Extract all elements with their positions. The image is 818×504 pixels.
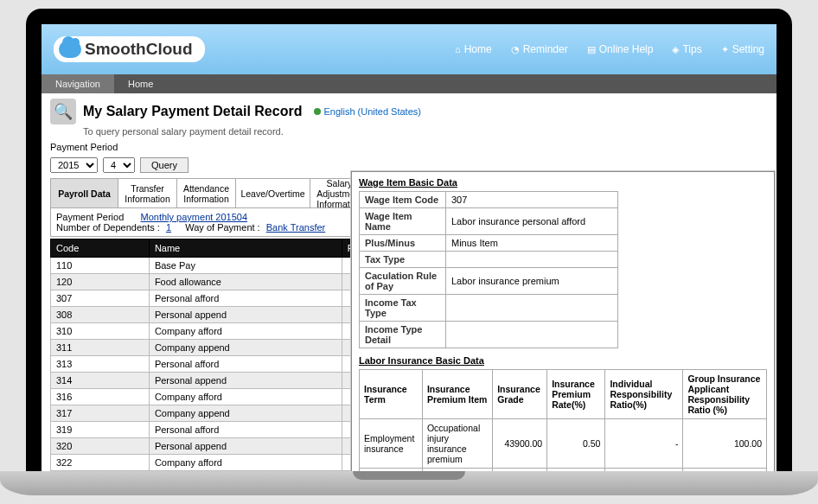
home-icon: ⌂ — [455, 44, 461, 54]
laptop-base — [0, 471, 818, 495]
kv-val: Minus Item — [446, 235, 618, 252]
kv-val: Labor insurance premium — [446, 268, 618, 295]
kv-key: Caculation Rule of Pay — [360, 268, 446, 295]
kv-val: Labor insurance personal afford — [446, 208, 618, 235]
kv-key: Income Type Detail — [360, 322, 446, 348]
col-code: Code — [51, 239, 150, 258]
cloud-icon — [59, 41, 81, 58]
wage-item-dialog: Wage Item Basic Data Wage Item Code307Wa… — [351, 171, 775, 475]
kv-val — [446, 295, 618, 322]
logo[interactable]: SmoothCloud — [54, 36, 205, 62]
kv-val — [446, 322, 618, 348]
nav-help[interactable]: ▤Online Help — [587, 43, 654, 55]
nav-reminder[interactable]: ◔Reminder — [511, 43, 568, 55]
wage-item-fields: Wage Item Code307Wage Item NameLabor ins… — [359, 191, 618, 348]
ins-col: Individual Responsibility Ratio(%) — [605, 370, 683, 419]
query-button[interactable]: Query — [140, 157, 189, 173]
dialog-header-2: Labor Insurance Basic Data — [359, 355, 767, 366]
dependents-key: Number of Dependents : — [56, 222, 160, 233]
period-link[interactable]: Monthly payment 201504 — [141, 212, 248, 222]
tab-leave[interactable]: Leave/Overtime — [236, 179, 310, 207]
period-label: Payment Period — [50, 142, 118, 152]
search-icon: 🔍 — [50, 99, 76, 124]
tab-transfer[interactable]: Transfer Information — [118, 179, 177, 207]
language-selector[interactable]: English (United States) — [314, 106, 421, 117]
dependents-link[interactable]: 1 — [166, 222, 171, 233]
month-select[interactable]: 4 — [103, 157, 135, 173]
kv-key: Income Tax Type — [360, 295, 446, 322]
kv-key: Tax Type — [360, 252, 446, 268]
window-tabs: Navigation Home — [42, 74, 776, 93]
ins-col: Insurance Premium Rate(%) — [547, 370, 605, 419]
year-select[interactable]: 2015 — [50, 157, 98, 173]
ins-col: Insurance Grade — [493, 370, 547, 419]
tab-attendance[interactable]: Attendance Information — [177, 179, 236, 207]
kv-val — [446, 252, 618, 268]
ins-col: Insurance Premium Item — [422, 370, 492, 419]
nav-setting[interactable]: ✦Setting — [721, 43, 764, 55]
brand-name: SmoothCloud — [85, 40, 193, 59]
bulb-icon: ◈ — [672, 44, 679, 55]
top-nav: ⌂Home ◔Reminder ▤Online Help ◈Tips ✦Sett… — [455, 43, 764, 55]
gear-icon: ✦ — [721, 44, 729, 55]
ins-col: Group Insurance Applicant Responsibility… — [683, 370, 767, 419]
dialog-header-1: Wage Item Basic Data — [359, 177, 767, 188]
wayof-link[interactable]: Bank Transfer — [266, 222, 325, 233]
kv-val: 307 — [446, 192, 618, 208]
kv-key: Plus/Minus — [360, 235, 446, 252]
book-icon: ▤ — [587, 44, 596, 55]
tab-home[interactable]: Home — [114, 74, 167, 93]
tab-navigation[interactable]: Navigation — [42, 74, 114, 93]
bell-icon: ◔ — [511, 44, 520, 55]
col-name: Name — [149, 239, 342, 258]
nav-home[interactable]: ⌂Home — [455, 43, 492, 55]
kv-key: Wage Item Name — [360, 208, 446, 235]
globe-icon — [314, 108, 321, 115]
insurance-table: Insurance TermInsurance Premium ItemInsu… — [359, 369, 767, 475]
nav-tips[interactable]: ◈Tips — [672, 43, 701, 55]
kv-key: Wage Item Code — [360, 192, 446, 208]
ins-row: Employment insuranceOccupational injury … — [360, 419, 767, 469]
page-title: My Salary Payment Detail Record — [83, 104, 302, 119]
wayof-key: Way of Payment : — [185, 222, 259, 233]
period-key: Payment Period — [56, 212, 124, 222]
tab-payroll[interactable]: Payroll Data — [51, 179, 118, 207]
app-header: SmoothCloud ⌂Home ◔Reminder ▤Online Help… — [42, 24, 776, 74]
ins-col: Insurance Term — [360, 370, 423, 419]
page-subtitle: To query personal salary payment detail … — [83, 126, 768, 137]
